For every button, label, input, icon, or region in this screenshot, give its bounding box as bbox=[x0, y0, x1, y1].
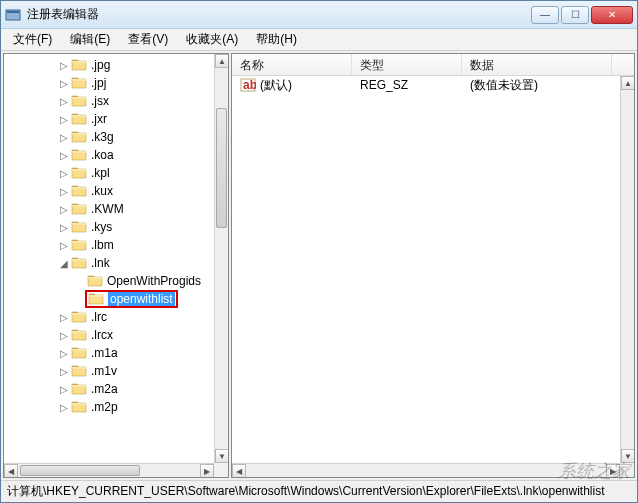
folder-icon bbox=[71, 310, 87, 324]
list-vertical-scrollbar[interactable]: ▲ ▼ bbox=[620, 76, 634, 463]
folder-icon bbox=[71, 238, 87, 252]
tree-item[interactable]: ▷.m1a bbox=[4, 344, 214, 362]
scroll-right-icon[interactable]: ▶ bbox=[200, 464, 214, 477]
tree-item[interactable]: ▷.jpg bbox=[4, 56, 214, 74]
tree-pane: ▷.jpg▷.jpj▷.jsx▷.jxr▷.k3g▷.koa▷.kpl▷.kux… bbox=[3, 53, 229, 478]
tree-item[interactable]: ◢.lnk bbox=[4, 254, 214, 272]
menu-file[interactable]: 文件(F) bbox=[5, 29, 60, 50]
expand-icon[interactable]: ▷ bbox=[58, 60, 69, 71]
scroll-down-icon[interactable]: ▼ bbox=[621, 449, 634, 463]
scroll-up-icon[interactable]: ▲ bbox=[621, 76, 634, 90]
folder-icon bbox=[71, 148, 87, 162]
scroll-right-icon[interactable]: ▶ bbox=[606, 464, 620, 477]
menu-help[interactable]: 帮助(H) bbox=[248, 29, 305, 50]
expand-icon[interactable]: ▷ bbox=[58, 366, 69, 377]
tree-item[interactable]: OpenWithProgids bbox=[4, 272, 214, 290]
scroll-thumb[interactable] bbox=[20, 465, 140, 476]
tree-item[interactable]: ▷.m2p bbox=[4, 398, 214, 416]
expand-icon[interactable]: ▷ bbox=[58, 96, 69, 107]
expand-icon[interactable]: ▷ bbox=[58, 222, 69, 233]
tree-horizontal-scrollbar[interactable]: ◀ ▶ bbox=[4, 463, 214, 477]
scroll-left-icon[interactable]: ◀ bbox=[4, 464, 18, 477]
tree-item-label: .lrcx bbox=[91, 328, 113, 342]
tree-item-label: .kpl bbox=[91, 166, 110, 180]
values-header[interactable]: 名称类型数据 bbox=[232, 54, 634, 76]
tree-item[interactable]: ▷.lrcx bbox=[4, 326, 214, 344]
minimize-button[interactable]: — bbox=[531, 6, 559, 24]
tree-item[interactable]: ▷.jxr bbox=[4, 110, 214, 128]
close-button[interactable]: ✕ bbox=[591, 6, 633, 24]
window-title: 注册表编辑器 bbox=[27, 6, 531, 23]
values-list[interactable]: ab(默认)REG_SZ(数值未设置) bbox=[232, 76, 620, 463]
scroll-down-icon[interactable]: ▼ bbox=[215, 449, 228, 463]
folder-icon bbox=[71, 94, 87, 108]
folder-icon bbox=[87, 274, 103, 288]
svg-rect-1 bbox=[7, 11, 19, 13]
expand-icon[interactable]: ▷ bbox=[58, 78, 69, 89]
expand-icon[interactable]: ▷ bbox=[58, 132, 69, 143]
expand-icon[interactable]: ▷ bbox=[58, 312, 69, 323]
tree-item-label: openwithlist bbox=[108, 292, 175, 306]
tree-item-label: .jxr bbox=[91, 112, 107, 126]
column-header[interactable]: 类型 bbox=[352, 54, 462, 75]
expand-icon[interactable]: ▷ bbox=[58, 168, 69, 179]
tree-item[interactable]: ▷.lbm bbox=[4, 236, 214, 254]
tree-item[interactable]: ▷.m2a bbox=[4, 380, 214, 398]
expand-icon[interactable]: ▷ bbox=[58, 348, 69, 359]
folder-icon bbox=[71, 328, 87, 342]
tree-item[interactable]: ▷.koa bbox=[4, 146, 214, 164]
folder-icon bbox=[71, 76, 87, 90]
tree-item[interactable]: ▷.kys bbox=[4, 218, 214, 236]
menu-favorites[interactable]: 收藏夹(A) bbox=[178, 29, 246, 50]
string-value-icon: ab bbox=[240, 77, 256, 93]
expand-icon[interactable]: ▷ bbox=[58, 402, 69, 413]
value-row[interactable]: ab(默认)REG_SZ(数值未设置) bbox=[232, 76, 620, 94]
folder-icon bbox=[71, 382, 87, 396]
expander-empty bbox=[74, 276, 85, 287]
tree-item-label: .lrc bbox=[91, 310, 107, 324]
values-pane: 名称类型数据 ab(默认)REG_SZ(数值未设置) ▲ ▼ ◀ ▶ bbox=[231, 53, 635, 478]
window-controls: — ☐ ✕ bbox=[531, 6, 633, 24]
expand-icon[interactable]: ▷ bbox=[58, 240, 69, 251]
tree-item-label: .KWM bbox=[91, 202, 124, 216]
expand-icon[interactable]: ▷ bbox=[58, 186, 69, 197]
tree-item-label: .m1a bbox=[91, 346, 118, 360]
titlebar[interactable]: 注册表编辑器 — ☐ ✕ bbox=[1, 1, 637, 29]
scroll-left-icon[interactable]: ◀ bbox=[232, 464, 246, 477]
tree-item[interactable]: ▷.jpj bbox=[4, 74, 214, 92]
app-icon bbox=[5, 7, 21, 23]
menu-edit[interactable]: 编辑(E) bbox=[62, 29, 118, 50]
tree-item-label: OpenWithProgids bbox=[107, 274, 201, 288]
scroll-up-icon[interactable]: ▲ bbox=[215, 54, 228, 68]
tree-item[interactable]: ▷.k3g bbox=[4, 128, 214, 146]
folder-icon bbox=[71, 202, 87, 216]
column-header[interactable]: 数据 bbox=[462, 54, 612, 75]
tree-item[interactable]: ▷.m1v bbox=[4, 362, 214, 380]
menu-view[interactable]: 查看(V) bbox=[120, 29, 176, 50]
tree-vertical-scrollbar[interactable]: ▲ ▼ bbox=[214, 54, 228, 463]
tree-item-label: .m1v bbox=[91, 364, 117, 378]
folder-icon bbox=[71, 346, 87, 360]
tree-item[interactable]: ▷.kpl bbox=[4, 164, 214, 182]
tree-item[interactable]: ▷.kux bbox=[4, 182, 214, 200]
list-horizontal-scrollbar[interactable]: ◀ ▶ bbox=[232, 463, 620, 477]
expand-icon[interactable]: ▷ bbox=[58, 204, 69, 215]
expand-icon[interactable]: ▷ bbox=[58, 114, 69, 125]
tree-item-label: .k3g bbox=[91, 130, 114, 144]
tree-item[interactable]: ▷.jsx bbox=[4, 92, 214, 110]
expand-icon[interactable]: ▷ bbox=[58, 330, 69, 341]
expand-icon[interactable]: ▷ bbox=[58, 150, 69, 161]
tree-item[interactable]: ▷.lrc bbox=[4, 308, 214, 326]
tree-item[interactable]: ▷.KWM bbox=[4, 200, 214, 218]
maximize-button[interactable]: ☐ bbox=[561, 6, 589, 24]
expand-icon[interactable]: ▷ bbox=[58, 384, 69, 395]
scroll-thumb[interactable] bbox=[216, 108, 227, 228]
collapse-icon[interactable]: ◢ bbox=[58, 258, 69, 269]
registry-tree[interactable]: ▷.jpg▷.jpj▷.jsx▷.jxr▷.k3g▷.koa▷.kpl▷.kux… bbox=[4, 54, 214, 463]
tree-item[interactable]: openwithlist bbox=[4, 290, 214, 308]
column-header[interactable]: 名称 bbox=[232, 54, 352, 75]
folder-icon bbox=[71, 184, 87, 198]
folder-icon bbox=[71, 58, 87, 72]
value-type: REG_SZ bbox=[352, 78, 462, 92]
menubar: 文件(F) 编辑(E) 查看(V) 收藏夹(A) 帮助(H) bbox=[1, 29, 637, 51]
